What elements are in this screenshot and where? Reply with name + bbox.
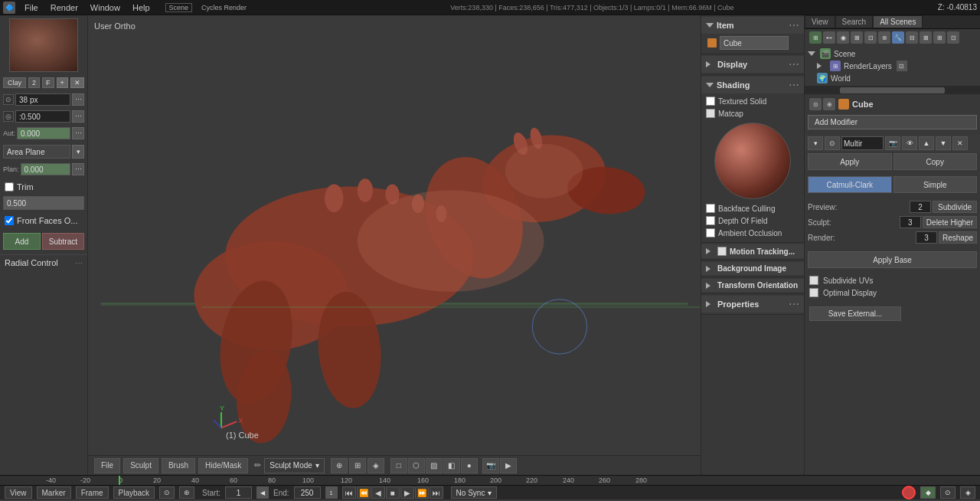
mod-icon-7-active[interactable]: 🔧: [892, 31, 904, 44]
h-scrollbar[interactable]: [805, 87, 980, 94]
sphere-icon-btn[interactable]: ⊕: [331, 458, 348, 473]
item-name-input[interactable]: [720, 36, 789, 50]
mod-icon-6[interactable]: ⊛: [878, 31, 890, 44]
bg-image-header[interactable]: Background Image: [701, 262, 804, 275]
playback-btn[interactable]: Playback: [113, 486, 155, 499]
shading-dots[interactable]: ⋯: [789, 79, 799, 91]
keyframe-btn[interactable]: ◆: [920, 486, 936, 499]
motion-tracking-header[interactable]: Motion Tracking...: [701, 244, 804, 258]
camera-icon[interactable]: 📷: [482, 458, 499, 473]
add-button[interactable]: Add: [3, 233, 41, 250]
properties-header[interactable]: Properties ⋯: [701, 296, 804, 313]
step-fwd-btn[interactable]: ⏩: [415, 486, 429, 499]
sub-icon-2[interactable]: ⊕: [823, 98, 835, 110]
dot-icon[interactable]: ●: [461, 458, 478, 473]
plan-input[interactable]: 0.000: [21, 163, 70, 175]
matcap-preview[interactable]: [714, 123, 791, 199]
start-input[interactable]: 1: [225, 486, 252, 499]
autosmooth-btn[interactable]: ⋯: [72, 127, 84, 139]
menu-render[interactable]: Render: [47, 3, 81, 12]
menu-help[interactable]: Help: [129, 3, 153, 12]
world-item[interactable]: 🌍 World: [808, 72, 977, 84]
start-arrow[interactable]: ◀: [256, 486, 269, 499]
size-btn[interactable]: ⋯: [72, 93, 84, 106]
timeline-extra-2[interactable]: ◈: [960, 486, 975, 499]
clay-btn[interactable]: Clay: [3, 77, 26, 88]
draw-icon[interactable]: □: [390, 458, 407, 473]
mod-tb-down[interactable]: ▼: [936, 136, 951, 150]
size-input[interactable]: 38 px: [15, 93, 70, 106]
copy-button[interactable]: Copy: [893, 153, 978, 170]
front-faces-checkbox[interactable]: [5, 216, 14, 225]
view-btn[interactable]: View: [5, 486, 32, 499]
transform-header[interactable]: Transform Orientation: [701, 279, 804, 292]
plan-btn[interactable]: ⋯: [72, 163, 84, 175]
mod-icon-11[interactable]: ⊡: [947, 31, 959, 44]
brush-f-btn[interactable]: F: [42, 77, 54, 88]
step-back-btn[interactable]: ⏪: [357, 486, 371, 499]
sub-icon-1[interactable]: ⊙: [809, 98, 822, 110]
mod-icon-10[interactable]: ⊞: [933, 31, 946, 44]
tab-view[interactable]: View: [805, 15, 835, 28]
jump-end-btn[interactable]: ⏭: [430, 486, 443, 499]
mod-icon-1[interactable]: ⊞: [809, 31, 822, 44]
textured-solid-checkbox[interactable]: [706, 97, 715, 106]
sculpt-menu-btn[interactable]: Sculpt: [123, 458, 158, 473]
mod-tb-dropdown[interactable]: ▾: [808, 136, 823, 150]
mod-icon-8[interactable]: ⊟: [906, 31, 918, 44]
apply-base-btn[interactable]: Apply Base: [808, 251, 977, 268]
backface-checkbox[interactable]: [706, 204, 715, 213]
play-fwd-btn[interactable]: ▶: [400, 486, 414, 499]
record-btn[interactable]: [902, 486, 916, 499]
frame-btn[interactable]: Frame: [76, 486, 109, 499]
motion-checkbox[interactable]: [717, 247, 727, 256]
dof-checkbox[interactable]: [706, 216, 715, 225]
paint-icon[interactable]: ◧: [443, 458, 460, 473]
save-external-btn[interactable]: Save External...: [809, 306, 901, 321]
subdivide-uvs-checkbox[interactable]: [809, 276, 818, 285]
mod-tb-eye[interactable]: 👁: [902, 136, 917, 150]
matcap-checkbox[interactable]: [706, 109, 715, 118]
mod-tb-close[interactable]: ✕: [952, 136, 968, 150]
catmull-clark-btn[interactable]: Catmull-Clark: [808, 176, 892, 193]
brush-menu-btn[interactable]: Brush: [162, 458, 195, 473]
mod-icon-4[interactable]: ⊠: [851, 31, 863, 44]
shading-header[interactable]: Shading ⋯: [701, 77, 804, 93]
scene-icon-btn[interactable]: ◈: [368, 458, 384, 473]
tab-search[interactable]: Search: [835, 15, 874, 28]
plane-arrow[interactable]: ▾: [72, 145, 84, 159]
render-val[interactable]: 3: [916, 231, 937, 244]
render-layers-item[interactable]: ⊞ RenderLayers ⊡: [808, 60, 977, 72]
add-modifier-btn[interactable]: Add Modifier: [808, 115, 977, 129]
timeline-ruler[interactable]: -40 -20 0 20 40 60 80 100 120 140 160 18…: [0, 476, 980, 485]
display-header[interactable]: Display ⋯: [701, 56, 804, 73]
tab-all-scenes[interactable]: All Scenes: [873, 15, 923, 28]
simple-btn[interactable]: Simple: [893, 176, 978, 193]
render-icon[interactable]: ▶: [500, 458, 517, 473]
apply-button[interactable]: Apply: [808, 153, 892, 170]
grid-icon-btn[interactable]: ⊞: [349, 458, 366, 473]
delete-higher-btn[interactable]: Delete Higher: [923, 216, 977, 228]
sync-icon-1[interactable]: ⊙: [159, 486, 175, 499]
ao-checkbox[interactable]: [706, 228, 715, 237]
mod-tb-icon1[interactable]: ⊙: [825, 136, 840, 150]
menu-file[interactable]: File: [21, 3, 41, 12]
end-input[interactable]: 250: [294, 486, 321, 499]
distance-input[interactable]: 0.500: [3, 196, 84, 210]
strength-btn[interactable]: ⋯: [72, 110, 84, 123]
props-dots[interactable]: ⋯: [789, 298, 799, 310]
optimal-display-checkbox[interactable]: [809, 288, 818, 297]
scene-selector[interactable]: Scene: [165, 3, 193, 12]
subdivide-btn[interactable]: Subdivide: [933, 201, 977, 213]
display-dots[interactable]: ⋯: [789, 58, 799, 70]
line-icon[interactable]: ⬡: [408, 458, 425, 473]
mod-tb-up[interactable]: ▲: [919, 136, 934, 150]
fill-icon[interactable]: ▨: [426, 458, 443, 473]
plane-select[interactable]: Area Plane: [3, 145, 70, 159]
hidemasK-menu-btn[interactable]: Hide/Mask: [198, 458, 248, 473]
dragon-canvas[interactable]: X Y: [88, 15, 701, 455]
item-dots[interactable]: ⋯: [789, 19, 799, 31]
mod-icon-3[interactable]: ◉: [837, 31, 849, 44]
reshape-btn[interactable]: Reshape: [939, 231, 977, 244]
sync-icon-2[interactable]: ⊛: [179, 486, 194, 499]
